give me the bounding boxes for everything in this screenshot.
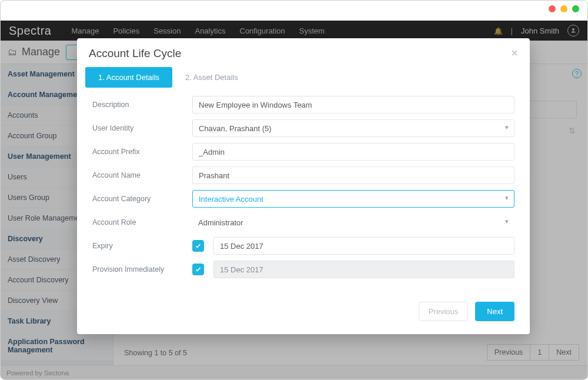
modal-tabs: 1. Account Details 2. Asset Details bbox=[85, 67, 522, 88]
select-account-role[interactable] bbox=[192, 214, 514, 231]
label-expiry: Expiry bbox=[92, 242, 192, 250]
previous-button[interactable]: Previous bbox=[419, 302, 469, 321]
label-account-category: Account Category bbox=[92, 195, 192, 203]
input-expiry-date[interactable] bbox=[213, 237, 514, 255]
next-button[interactable]: Next bbox=[475, 302, 514, 321]
checkbox-provision[interactable] bbox=[192, 264, 204, 275]
input-description[interactable] bbox=[192, 96, 514, 114]
close-icon[interactable]: × bbox=[511, 46, 518, 60]
label-user-identity: User Identity bbox=[92, 124, 192, 132]
input-account-prefix[interactable] bbox=[192, 143, 514, 161]
label-description: Description bbox=[92, 101, 192, 109]
checkbox-expiry[interactable] bbox=[192, 240, 204, 252]
modal-title: Account Life Cycle bbox=[89, 47, 181, 60]
close-dot[interactable] bbox=[549, 5, 556, 12]
label-account-prefix: Account Prefix bbox=[92, 148, 192, 156]
select-user-identity[interactable] bbox=[192, 119, 514, 137]
minimize-dot[interactable] bbox=[560, 5, 567, 12]
label-account-role: Account Role bbox=[92, 218, 192, 226]
label-account-name: Account Name bbox=[92, 171, 192, 179]
window-controls bbox=[549, 5, 579, 12]
account-lifecycle-modal: Account Life Cycle × 1. Account Details … bbox=[77, 38, 530, 334]
input-provision-date bbox=[213, 261, 514, 278]
modal-body: Description User Identity Account Prefix… bbox=[77, 96, 530, 278]
select-account-category[interactable] bbox=[192, 190, 514, 208]
input-account-name[interactable] bbox=[192, 166, 514, 184]
zoom-dot[interactable] bbox=[572, 5, 579, 12]
tab-asset-details[interactable]: 2. Asset Details bbox=[172, 67, 251, 88]
label-provision: Provision Immediately bbox=[92, 265, 192, 274]
modal-actions: Previous Next bbox=[77, 284, 530, 324]
tab-account-details[interactable]: 1. Account Details bbox=[85, 67, 172, 88]
